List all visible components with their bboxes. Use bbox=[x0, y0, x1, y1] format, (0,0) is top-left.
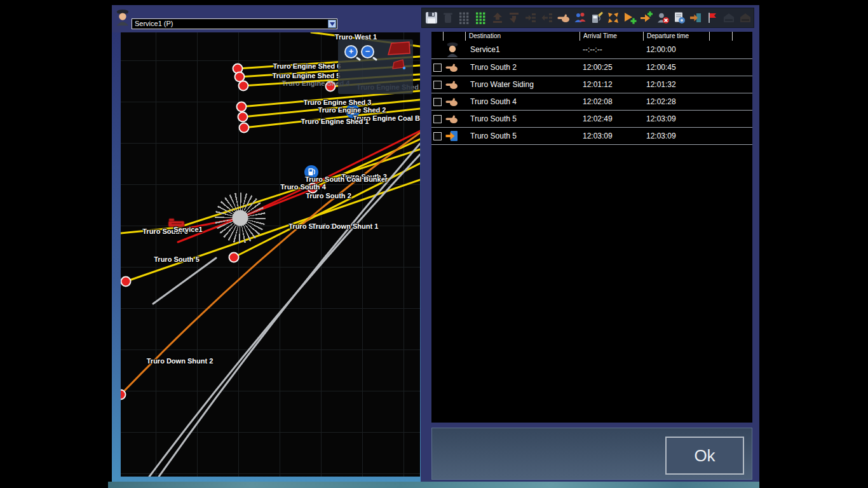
map-label: Truro South 2 bbox=[306, 192, 351, 200]
service-name: Service1 bbox=[465, 45, 580, 54]
select-hand-icon[interactable] bbox=[557, 11, 571, 25]
row-checkbox[interactable] bbox=[433, 132, 442, 140]
go-to-icon[interactable] bbox=[689, 11, 703, 25]
timetable-editor-window: Service1 (P) Truro West 1Truro Engine Sh… bbox=[112, 5, 759, 482]
grid-all-icon bbox=[458, 11, 471, 25]
add-service-icon[interactable] bbox=[623, 11, 637, 25]
buffer-stop-marker[interactable] bbox=[239, 81, 248, 91]
refuel-icon[interactable] bbox=[590, 11, 604, 25]
header-cell bbox=[732, 32, 752, 41]
driver-avatar-icon bbox=[115, 8, 130, 26]
header-cell bbox=[709, 32, 732, 41]
buffer-stop-marker[interactable] bbox=[229, 253, 239, 262]
row-destination: Truro South 4 bbox=[465, 97, 580, 106]
map-label: Truro Engine Shed 2 bbox=[318, 106, 386, 114]
table-row[interactable]: Truro South 5 12:03:09 12:03:09 bbox=[431, 127, 752, 145]
timetable-panel: Destination Arrival Time Departure time … bbox=[431, 32, 752, 423]
row-destination: Truro South 2 bbox=[465, 63, 580, 72]
row-arrival: 12:01:12 bbox=[580, 80, 643, 89]
row-destination: Truro South 5 bbox=[465, 114, 580, 123]
screen: Service1 (P) Truro West 1Truro Engine Sh… bbox=[0, 0, 868, 488]
map-label: Truro Down Shunt 1 bbox=[312, 222, 379, 230]
service-selector[interactable]: Service1 (P) bbox=[132, 18, 337, 29]
stop-instruction-icon bbox=[445, 60, 459, 74]
table-row[interactable]: Truro South 4 12:02:08 12:02:28 bbox=[431, 93, 752, 110]
indent-icon bbox=[524, 11, 538, 25]
map-label: Truro Engine Shed 6 bbox=[273, 62, 341, 70]
row-destination: Truro Water Siding bbox=[465, 80, 580, 89]
table-header: Destination Arrival Time Departure time bbox=[431, 32, 752, 41]
terrain-strip bbox=[108, 482, 759, 488]
depot-b-icon bbox=[738, 11, 752, 25]
remove-driver-icon[interactable] bbox=[656, 11, 670, 25]
track-line bbox=[149, 154, 420, 477]
header-cell bbox=[431, 32, 443, 41]
table-row[interactable]: Truro South 2 12:00:25 12:00:45 bbox=[431, 58, 752, 76]
track-lines bbox=[121, 32, 420, 477]
expand-down-icon bbox=[507, 11, 521, 25]
top-bar: Service1 (P) bbox=[112, 5, 759, 29]
map-label: Service1 bbox=[173, 226, 202, 233]
depot-a-icon bbox=[722, 11, 736, 25]
row-departure: 12:03:09 bbox=[643, 114, 709, 123]
header-destination: Destination bbox=[465, 32, 580, 41]
map-overlay-panel: + − bbox=[338, 39, 413, 94]
map-label: Truro Engine Shed 1 bbox=[301, 118, 369, 125]
track-map[interactable]: Truro West 1Truro Engine Shed 6Truro Eng… bbox=[121, 32, 420, 477]
stop-instruction-icon bbox=[445, 78, 459, 92]
track-line bbox=[121, 149, 420, 233]
outdent-icon bbox=[540, 11, 554, 25]
footer-panel: Ok bbox=[431, 428, 752, 480]
stop-instruction-icon bbox=[445, 112, 459, 126]
header-arrival-time: Arrival Time bbox=[580, 32, 643, 41]
expand-view-icon[interactable] bbox=[606, 11, 620, 25]
delete-icon bbox=[441, 11, 455, 25]
row-arrival: 12:02:49 bbox=[580, 114, 643, 123]
row-checkbox[interactable] bbox=[433, 115, 442, 123]
service-arrival: --:--:-- bbox=[580, 45, 643, 54]
service-departure: 12:00:00 bbox=[643, 45, 709, 54]
row-arrival: 12:03:09 bbox=[580, 132, 643, 140]
map-label: Truro Engine Shed 5 bbox=[273, 72, 341, 79]
map-label: Truro South Coal Bunker bbox=[305, 175, 388, 183]
portal-icon bbox=[445, 129, 459, 143]
row-checkbox[interactable] bbox=[433, 98, 442, 106]
table-row[interactable]: Truro South 5 12:02:49 12:03:09 bbox=[431, 110, 752, 127]
add-waypoint-icon[interactable] bbox=[639, 11, 653, 25]
collapse-up-icon bbox=[491, 11, 505, 25]
buffer-stop-marker[interactable] bbox=[235, 72, 245, 82]
buffer-stop-marker[interactable] bbox=[240, 123, 249, 133]
buffer-stop-marker[interactable] bbox=[237, 102, 247, 112]
row-departure: 12:01:32 bbox=[643, 80, 709, 89]
driver-avatar-icon bbox=[445, 41, 459, 58]
row-departure: 12:03:09 bbox=[643, 132, 709, 140]
map-label: Truro Down Shunt 2 bbox=[147, 357, 214, 365]
row-checkbox[interactable] bbox=[433, 64, 442, 72]
header-cell bbox=[443, 32, 465, 41]
service-selector-value: Service1 (P) bbox=[132, 19, 328, 29]
row-arrival: 12:02:08 bbox=[580, 97, 643, 106]
map-label: Truro South 5 bbox=[154, 255, 200, 263]
service-row[interactable]: Service1 --:--:-- 12:00:00 bbox=[431, 41, 752, 58]
service-settings-icon[interactable] bbox=[672, 11, 686, 25]
buffer-stop-marker[interactable] bbox=[121, 277, 131, 287]
ok-button[interactable]: Ok bbox=[665, 437, 744, 475]
header-departure-time: Departure time bbox=[643, 32, 709, 41]
drivers-icon[interactable] bbox=[573, 11, 587, 25]
buffer-stop-marker[interactable] bbox=[238, 112, 248, 122]
map-label: Truro South 4 bbox=[280, 183, 326, 191]
save-icon[interactable] bbox=[424, 11, 438, 25]
toolbar bbox=[421, 8, 754, 28]
flag-icon[interactable] bbox=[705, 11, 719, 25]
map-frame: Truro West 1Truro Engine Shed 6Truro Eng… bbox=[112, 32, 421, 484]
grid-active-icon[interactable] bbox=[474, 11, 488, 25]
junction-starburst-icon bbox=[215, 193, 266, 243]
row-departure: 12:02:28 bbox=[643, 97, 709, 106]
row-checkbox[interactable] bbox=[433, 81, 442, 89]
buffer-stop-marker[interactable] bbox=[121, 390, 126, 400]
track-line bbox=[153, 258, 216, 304]
row-arrival: 12:00:25 bbox=[580, 63, 643, 72]
chevron-down-icon[interactable] bbox=[328, 20, 336, 28]
table-row[interactable]: Truro Water Siding 12:01:12 12:01:32 bbox=[431, 76, 752, 93]
map-label: Truro Engine Shed 3 bbox=[304, 98, 372, 106]
